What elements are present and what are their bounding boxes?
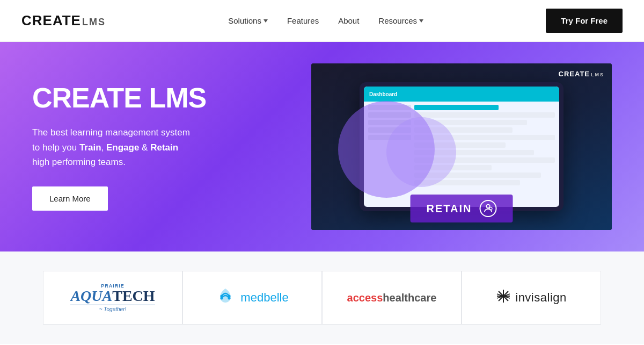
aquatech-aqua-text: AQUA (70, 289, 112, 304)
table-row (414, 105, 499, 110)
hero-subtitle: The best learning management system to h… (32, 125, 258, 169)
nav-features[interactable]: Features (287, 16, 319, 25)
hero-section: CREATE LMS The best learning management … (0, 42, 644, 251)
hero-image: CREATE LMS Dashboard (311, 63, 612, 230)
hero-content: CREATE LMS The best learning management … (32, 83, 258, 211)
invisalign-star-icon (496, 289, 511, 307)
chevron-down-icon (419, 19, 423, 23)
medbelle-name-text: medbelle (240, 291, 288, 305)
invisalign-text: invisalign (515, 291, 567, 305)
learn-more-button[interactable]: Learn More (32, 186, 108, 211)
chevron-down-icon (264, 19, 268, 23)
table-row (414, 112, 555, 118)
svg-point-0 (486, 205, 490, 209)
medbelle-icon (216, 286, 235, 310)
nav-solutions[interactable]: Solutions (228, 16, 268, 25)
logo-invisalign: invisalign (462, 271, 601, 325)
logos-section: PRAIRIE AQUATECH ~ Together! medbelle (0, 251, 644, 344)
logo-aquatech: PRAIRIE AQUATECH ~ Together! (43, 271, 182, 325)
logo-lms: LMS (82, 17, 106, 28)
logo-accesshealthcare: accesshealthcare (322, 271, 462, 325)
access-text: access (347, 292, 383, 304)
logo-medbelle: medbelle (182, 271, 322, 325)
svg-point-5 (228, 297, 231, 299)
hero-image-bg: CREATE LMS Dashboard (311, 63, 612, 230)
hero-title: CREATE LMS (32, 83, 258, 113)
try-for-free-button[interactable]: Try For Free (546, 9, 623, 33)
access-logo-content: accesshealthcare (347, 292, 437, 304)
retain-badge: RETAIN (411, 195, 513, 222)
decorative-blob-2 (386, 117, 456, 187)
nav-resources[interactable]: Resources (378, 16, 423, 25)
header: CREATE LMS Solutions Features About Reso… (0, 0, 644, 42)
retain-person-icon (479, 200, 496, 217)
invisalign-logo-content: invisalign (496, 289, 567, 307)
nav-about[interactable]: About (338, 16, 359, 25)
medbelle-logo-content: medbelle (216, 286, 288, 310)
svg-point-3 (221, 297, 223, 299)
tablet-top-bar: Dashboard (364, 87, 559, 102)
image-watermark: CREATE LMS (559, 70, 604, 78)
aquatech-together-text: ~ Together! (70, 305, 155, 312)
site-logo[interactable]: CREATE LMS (21, 12, 106, 29)
aquatech-logo-content: PRAIRIE AQUATECH ~ Together! (70, 283, 155, 312)
aquatech-tech-text: TECH (112, 289, 155, 304)
healthcare-text: healthcare (383, 292, 436, 304)
logo-create: CREATE (21, 12, 81, 29)
main-nav: Solutions Features About Resources (228, 16, 423, 25)
